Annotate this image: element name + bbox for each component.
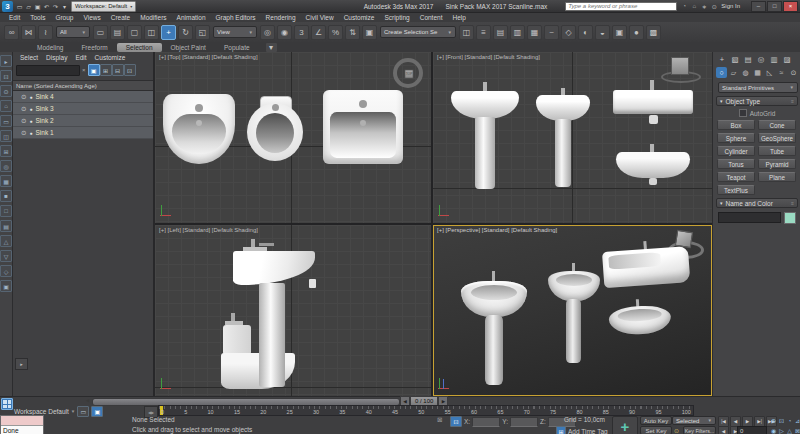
toolbar-icon[interactable]: ▩ xyxy=(646,25,661,40)
viewport-nav-icon[interactable]: △ xyxy=(786,426,793,434)
title-bar-icon[interactable]: ◔ xyxy=(679,2,689,11)
create-category-icon[interactable]: ○ xyxy=(716,67,727,78)
create-category-icon[interactable]: ⊙ xyxy=(788,67,799,78)
primitive-button[interactable]: Cylinder xyxy=(717,146,755,156)
scene-list-header[interactable]: Name (Sorted Ascending Age) xyxy=(13,80,153,91)
viewport-nav-icon[interactable]: ⊿ xyxy=(794,416,800,425)
toolbar-icon[interactable]: ◒ xyxy=(595,25,610,40)
selection-lock-icon[interactable]: ⊠ xyxy=(437,416,442,424)
menu-item[interactable]: Modifiers xyxy=(135,14,171,21)
sink-object[interactable] xyxy=(536,88,592,190)
menu-item[interactable]: Group xyxy=(50,14,78,21)
primitive-type-dropdown[interactable]: Standard Primitives ▼ xyxy=(718,82,798,93)
window-control-button[interactable]: – xyxy=(751,1,766,12)
side-strip-icon[interactable]: ▤ xyxy=(0,220,12,232)
toolbar-icon[interactable]: ▤ xyxy=(493,25,508,40)
viewport-nav-icon[interactable]: ⊡ xyxy=(778,416,785,425)
primitive-button[interactable]: Teapot xyxy=(717,172,755,182)
viewcube-face[interactable]: TOP xyxy=(405,70,414,79)
menu-item[interactable]: Customize xyxy=(339,14,380,21)
viewport-top[interactable]: [+] [Top] [Standard] [Default Shading] T… xyxy=(155,52,431,223)
primitive-button[interactable]: Pyramid xyxy=(758,159,796,169)
toolbar-icon[interactable]: ▣ xyxy=(612,25,627,40)
ribbon-tab[interactable]: Modeling xyxy=(28,43,72,52)
create-key-button[interactable]: + xyxy=(612,416,638,434)
viewport-nav-icon[interactable]: ▷ xyxy=(778,426,785,434)
toolbar-icon[interactable]: ◇ xyxy=(561,25,576,40)
primitive-button[interactable]: GeoSphere xyxy=(758,133,796,143)
side-strip-icon[interactable]: ▭ xyxy=(0,115,12,127)
visibility-eye-icon[interactable]: ⊙ xyxy=(21,117,26,125)
side-strip-icon[interactable]: ▦ xyxy=(0,175,12,187)
title-bar-icon[interactable]: ⊙ xyxy=(709,2,719,11)
autogrid-checkbox[interactable] xyxy=(739,109,747,117)
toolbar-icon[interactable]: ⋈ xyxy=(21,25,36,40)
sign-in-link[interactable]: Sign In xyxy=(721,3,740,9)
menu-item[interactable]: Help xyxy=(447,14,470,21)
side-strip-icon[interactable]: ⊙ xyxy=(0,85,12,97)
toolbar-icon[interactable]: ⇅ xyxy=(345,25,360,40)
explorer-expand-button[interactable]: ▸ xyxy=(15,358,28,370)
create-category-icon[interactable]: ▱ xyxy=(728,67,739,78)
sink-object[interactable] xyxy=(616,144,692,192)
primitive-button[interactable]: Torus xyxy=(717,159,755,169)
scene-explorer-menu-item[interactable]: Edit xyxy=(72,54,89,61)
viewport-nav-icon[interactable]: ⊕ xyxy=(770,416,777,425)
toolbar-icon[interactable]: 3 xyxy=(294,25,309,40)
quick-access-icon[interactable]: ▭ xyxy=(15,2,24,11)
menu-item[interactable]: Content xyxy=(415,14,448,21)
create-category-icon[interactable]: ◺ xyxy=(764,67,775,78)
primitive-button[interactable]: Tube xyxy=(758,146,796,156)
menu-item[interactable]: Views xyxy=(78,14,105,21)
side-strip-icon[interactable]: ◇ xyxy=(0,265,12,277)
viewport-label[interactable]: [+] [Top] [Standard] [Default Shading] xyxy=(159,54,258,60)
toolbar-icon[interactable]: ≡ xyxy=(476,25,491,40)
sink-object[interactable] xyxy=(608,297,676,344)
sink-object[interactable] xyxy=(323,90,403,164)
selection-set-dropdown[interactable]: Selected ▼ xyxy=(672,416,716,425)
toolbar-icon[interactable]: ∠ xyxy=(311,25,326,40)
scene-object-row[interactable]: ⊙ ● Sink 2 xyxy=(13,115,153,127)
toolbar-icon[interactable]: + xyxy=(161,25,176,40)
viewcube-face[interactable] xyxy=(671,57,689,75)
toolbar-icon[interactable]: ◱ xyxy=(195,25,210,40)
toolbar-icon[interactable]: ◫ xyxy=(459,25,474,40)
toolbar-icon[interactable]: ~ xyxy=(544,25,559,40)
side-strip-icon[interactable]: ◫ xyxy=(0,130,12,142)
menu-item[interactable]: Scripting xyxy=(379,14,414,21)
side-strip-icon[interactable]: □ xyxy=(0,205,12,217)
menu-item[interactable]: Civil View xyxy=(301,14,339,21)
slider-left-arrow[interactable]: ◀ xyxy=(84,397,91,404)
menu-item[interactable]: Tools xyxy=(25,14,50,21)
toolbar-icon[interactable]: ▣ xyxy=(362,25,377,40)
listener-macro-line[interactable] xyxy=(1,416,43,426)
sink-object[interactable] xyxy=(163,94,235,164)
reference-coordinate-dropdown[interactable]: View ▼ xyxy=(213,26,257,38)
viewcube[interactable]: TOP xyxy=(391,56,425,90)
set-key-button[interactable]: Set Key xyxy=(640,426,672,434)
window-control-button[interactable]: □ xyxy=(767,1,782,12)
menu-item[interactable]: Edit xyxy=(4,14,25,21)
app-logo-icon[interactable]: 3 xyxy=(2,1,13,12)
ribbon-tab[interactable]: Selection xyxy=(117,43,162,52)
toolbar-icon[interactable]: ∞ xyxy=(4,25,19,40)
object-name-field[interactable] xyxy=(718,212,781,223)
quick-access-icon[interactable]: ▾ xyxy=(60,2,69,11)
y-coordinate-field[interactable] xyxy=(510,417,538,427)
ribbon-tab[interactable]: Object Paint xyxy=(162,43,215,52)
add-time-tag-label[interactable]: Add Time Tag xyxy=(568,428,608,434)
primitive-button[interactable]: Sphere xyxy=(717,133,755,143)
scene-explorer-menu-item[interactable]: Select xyxy=(17,54,41,61)
sink-object[interactable] xyxy=(613,80,695,130)
scene-object-row[interactable]: ⊙ ● Sink 1 xyxy=(13,127,153,139)
sink-object[interactable] xyxy=(451,82,521,192)
side-strip-icon[interactable]: ▽ xyxy=(0,250,12,262)
x-coordinate-field[interactable] xyxy=(472,417,500,427)
scene-explorer-menu-item[interactable]: Display xyxy=(43,54,70,61)
scene-object-row[interactable]: ⊙ ● Sink 4 xyxy=(13,91,153,103)
quick-access-icon[interactable]: ↶ xyxy=(42,2,51,11)
maxscript-mini-listener[interactable]: Done xyxy=(0,415,44,434)
auto-key-button[interactable]: Auto Key xyxy=(640,416,672,425)
sink-object[interactable] xyxy=(548,263,602,365)
key-filters-button[interactable]: Key Filters... xyxy=(683,426,716,434)
